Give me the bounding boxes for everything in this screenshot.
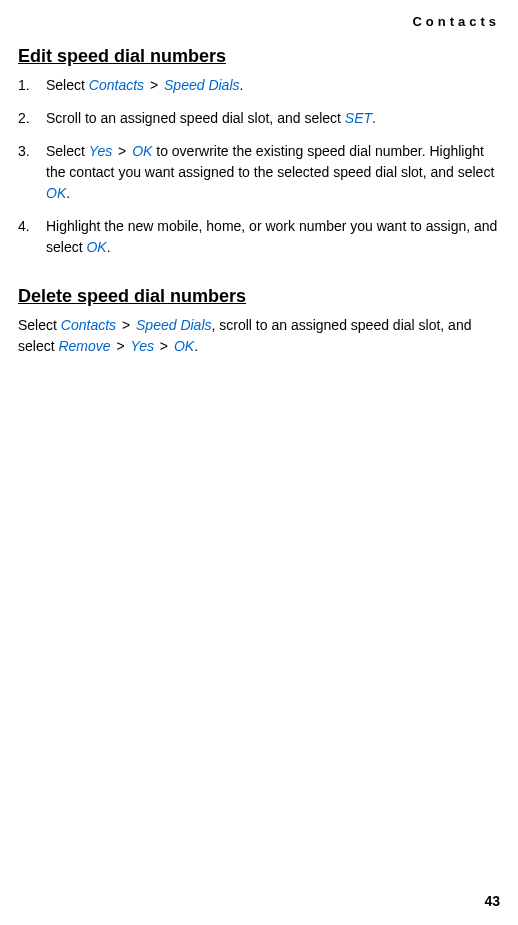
- heading-delete-speed-dial: Delete speed dial numbers: [18, 286, 500, 307]
- edit-steps-list: Select Contacts > Speed Dials. Scroll to…: [18, 75, 500, 258]
- edit-step-3: Select Yes > OK to overwrite the existin…: [18, 141, 500, 204]
- edit-step-2: Scroll to an assigned speed dial slot, a…: [18, 108, 500, 129]
- step2-suffix: .: [372, 110, 376, 126]
- step3-prefix: Select: [46, 143, 89, 159]
- ui-term-ok: OK: [174, 338, 194, 354]
- ui-term-yes: Yes: [89, 143, 112, 159]
- page-number: 43: [484, 893, 500, 909]
- ui-term-ok: OK: [46, 185, 66, 201]
- header-section-label: Contacts: [412, 14, 500, 29]
- ui-term-contacts: Contacts: [89, 77, 144, 93]
- delete-paragraph: Select Contacts > Speed Dials, scroll to…: [18, 315, 500, 357]
- breadcrumb-separator: >: [112, 143, 132, 159]
- edit-step-1: Select Contacts > Speed Dials.: [18, 75, 500, 96]
- step4-suffix: .: [107, 239, 111, 255]
- ui-term-speed-dials: Speed Dials: [164, 77, 240, 93]
- ui-term-yes: Yes: [131, 338, 154, 354]
- step4-prefix: Highlight the new mobile, home, or work …: [46, 218, 497, 255]
- ui-term-ok: OK: [132, 143, 152, 159]
- breadcrumb-separator: >: [116, 317, 136, 333]
- step2-prefix: Scroll to an assigned speed dial slot, a…: [46, 110, 345, 126]
- ui-term-ok: OK: [86, 239, 106, 255]
- step1-suffix: .: [240, 77, 244, 93]
- breadcrumb-separator: >: [111, 338, 131, 354]
- delete-prefix: Select: [18, 317, 61, 333]
- edit-step-4: Highlight the new mobile, home, or work …: [18, 216, 500, 258]
- breadcrumb-separator: >: [144, 77, 164, 93]
- breadcrumb-separator: >: [154, 338, 174, 354]
- ui-term-remove: Remove: [58, 338, 110, 354]
- step3-suffix: .: [66, 185, 70, 201]
- ui-term-contacts: Contacts: [61, 317, 116, 333]
- delete-suffix: .: [194, 338, 198, 354]
- step1-prefix: Select: [46, 77, 89, 93]
- ui-term-set: SET: [345, 110, 372, 126]
- heading-edit-speed-dial: Edit speed dial numbers: [18, 46, 500, 67]
- ui-term-speed-dials: Speed Dials: [136, 317, 212, 333]
